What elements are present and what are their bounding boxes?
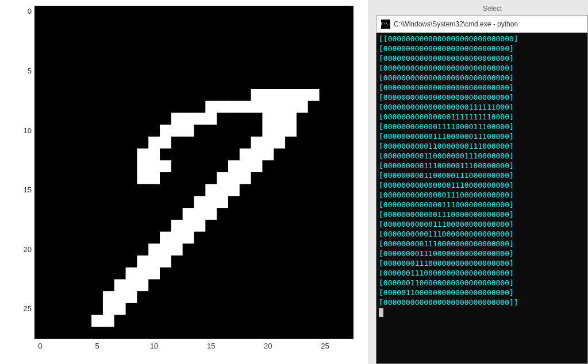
right-panel: Select C:\. C:\Windows\System32\cmd.exe … <box>368 0 588 364</box>
matrix-row: [0000000000000001111111110000] <box>379 112 585 122</box>
matrix-row: [0000000000011100000011100000] <box>379 131 585 141</box>
select-text: Select <box>483 5 502 13</box>
y-tick: 0 <box>14 7 32 16</box>
matrix-row: [0000001100000000000000000000] <box>379 278 585 288</box>
matrix-row: [0000000000000000000000000000] <box>379 44 585 53</box>
cmd-icon: C:\. <box>381 20 390 29</box>
matplotlib-panel: 0510152025 0510152025 <box>0 0 368 364</box>
cmd-title: C:\Windows\System32\cmd.exe - python <box>394 20 518 28</box>
cursor <box>379 308 383 317</box>
matrix-row: [0000000000011100000000000000] <box>379 219 585 229</box>
matrix-row: [0000000000000001110000000000] <box>379 180 585 190</box>
y-tick: 20 <box>14 245 32 254</box>
x-tick: 0 <box>32 342 49 350</box>
matrix-row: [0000000001100000111000000000] <box>379 171 585 180</box>
x-tick: 10 <box>145 342 163 350</box>
matrix-row: [0000000000000000000111111000] <box>379 102 585 112</box>
matrix-row: [0000000000000011100000000000] <box>379 190 585 200</box>
matrix-row: [0000000011100000000000000000] <box>379 249 585 258</box>
matrix-row: [0000000000000000000000000000] <box>379 53 585 63</box>
y-tick: 10 <box>14 126 32 135</box>
matrix-row: [0000001110000000000000000000] <box>379 268 585 278</box>
matrix-row: [0000000001110000000000000000] <box>379 239 585 249</box>
matrix-row: [0000011000000000000000000000] <box>379 288 585 297</box>
matrix-row: [0000000000000000000000000000]] <box>379 297 585 307</box>
matrix-row: [0000000000111000000000000000] <box>379 229 585 239</box>
x-tick: 5 <box>89 342 106 350</box>
matrix-row: [0000000111000000000000000000] <box>379 258 585 268</box>
x-tick: 15 <box>202 342 220 350</box>
matrix-row: [0000000001110000011100000000] <box>379 161 585 171</box>
y-tick: 25 <box>14 304 32 313</box>
y-tick: 5 <box>14 67 32 75</box>
matrix-row: [0000000000000000000000000000] <box>379 63 585 73</box>
matrix-row: [0000000000001111000011100000] <box>379 122 585 131</box>
matrix-row: [0000000000110000000111000000] <box>379 141 585 151</box>
cmd-window[interactable]: C:\. C:\Windows\System32\cmd.exe - pytho… <box>376 15 588 364</box>
x-tick: 20 <box>259 342 276 350</box>
matrix-row: [[0000000000000000000000000000] <box>379 34 585 44</box>
plot-area <box>34 6 353 339</box>
matrix-row: [0000000000000000000000000000] <box>379 73 585 83</box>
matrix-row: [0000000000000111000000000000] <box>379 200 585 210</box>
heatmap-canvas <box>34 6 353 339</box>
matrix-row: [0000000000000000000000000000] <box>379 83 585 92</box>
matrix-row: [0000000000001110000000000000] <box>379 210 585 219</box>
matrix-row: [0000000000000000000000000000] <box>379 92 585 102</box>
cmd-body[interactable]: [[0000000000000000000000000000][00000000… <box>376 33 587 363</box>
cmd-titlebar[interactable]: C:\. C:\Windows\System32\cmd.exe - pytho… <box>376 16 587 33</box>
x-tick: 25 <box>316 342 333 350</box>
y-tick: 15 <box>14 185 32 194</box>
matrix-row: [0000000001100000001110000000] <box>379 151 585 161</box>
